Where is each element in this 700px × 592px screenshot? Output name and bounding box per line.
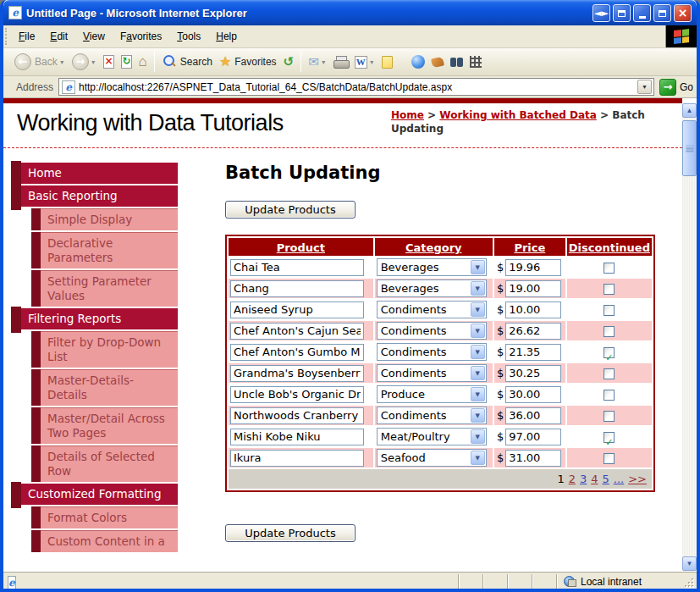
category-select[interactable]: Meat/Poultry▼	[377, 428, 487, 445]
discontinued-checkbox[interactable]	[604, 453, 615, 464]
discontinued-checkbox[interactable]	[604, 263, 615, 274]
monitor-switch-button[interactable]: ◄►	[593, 4, 610, 22]
maximize-button[interactable]	[653, 4, 671, 22]
price-input[interactable]	[505, 302, 561, 318]
category-select[interactable]: Produce▼	[377, 385, 487, 403]
price-input[interactable]	[505, 365, 561, 382]
breadcrumb-home-link[interactable]: Home	[391, 109, 424, 121]
price-input[interactable]	[505, 407, 561, 424]
category-select[interactable]: Condiments▼	[377, 407, 487, 424]
sidebar-header-basic-reporting[interactable]: Basic Reporting	[11, 185, 178, 207]
sort-discontinued-link[interactable]: Discontinued	[569, 241, 650, 254]
category-select[interactable]: Beverages▼	[377, 258, 487, 276]
forward-dropdown-icon[interactable]: ▼	[91, 59, 96, 65]
update-products-button-top[interactable]: Update Products	[225, 201, 356, 219]
sidebar-header-filtering-reports[interactable]: Filtering Reports	[11, 308, 178, 329]
sidebar-item-details-of-selected-row[interactable]: Details of Selected Row	[31, 445, 178, 482]
mail-dropdown-icon[interactable]: ▼	[321, 59, 327, 65]
chevron-down-icon[interactable]: ▼	[471, 345, 485, 359]
menu-view[interactable]: View	[75, 25, 113, 47]
pager-page-3[interactable]: 3	[580, 473, 587, 485]
chevron-down-icon[interactable]: ▼	[471, 324, 485, 338]
product-name-input[interactable]	[230, 365, 364, 382]
discontinued-checkbox[interactable]	[604, 326, 615, 337]
discontinued-checkbox[interactable]	[604, 284, 615, 295]
addon-button-1[interactable]	[428, 56, 447, 69]
category-select[interactable]: Condiments▼	[377, 343, 487, 361]
history-button[interactable]: ↺	[280, 53, 298, 71]
product-name-input[interactable]	[230, 386, 364, 403]
product-name-input[interactable]	[230, 259, 364, 276]
chevron-down-icon[interactable]: ▼	[471, 281, 485, 296]
product-name-input[interactable]	[230, 407, 364, 424]
discontinued-checkbox[interactable]	[604, 305, 615, 316]
price-input[interactable]	[505, 259, 561, 276]
category-select[interactable]: Condiments▼	[377, 364, 487, 382]
addon-button-2[interactable]	[466, 54, 485, 69]
pager-ellipsis[interactable]: ...	[614, 473, 624, 485]
sidebar-item-setting-parameter-values[interactable]: Setting Parameter Values	[31, 270, 178, 307]
product-name-input[interactable]	[230, 323, 364, 340]
scrollbar-thumb[interactable]	[682, 120, 697, 176]
address-url[interactable]: http://localhost:2267/ASPNET_Data_Tutori…	[79, 81, 637, 93]
product-name-input[interactable]	[230, 429, 364, 445]
search-button[interactable]: Search	[158, 53, 216, 71]
chevron-down-icon[interactable]: ▼	[471, 451, 485, 465]
sidebar-item-declarative-parameters[interactable]: Declarative Parameters	[31, 232, 178, 268]
update-products-button-bottom[interactable]: Update Products	[225, 524, 356, 542]
menu-help[interactable]: Help	[208, 25, 245, 47]
sort-category-link[interactable]: Category	[405, 241, 461, 254]
product-name-input[interactable]	[230, 450, 364, 467]
close-button[interactable]: ×	[674, 4, 692, 22]
menu-tools[interactable]: Tools	[169, 25, 208, 47]
go-button[interactable]: → Go	[659, 79, 693, 96]
category-select[interactable]: Condiments▼	[377, 322, 487, 340]
price-input[interactable]	[505, 323, 561, 340]
product-name-input[interactable]	[230, 280, 364, 297]
sidebar-item-custom-content[interactable]: Custom Content in a	[31, 530, 178, 552]
menu-file[interactable]: File	[11, 25, 42, 47]
research-button[interactable]	[447, 56, 466, 69]
pager-next[interactable]: >>	[628, 473, 647, 485]
mail-button[interactable]: ✉▼	[305, 53, 330, 71]
menu-favorites[interactable]: Favorites	[113, 25, 169, 47]
menubar-grip[interactable]	[5, 28, 9, 45]
pager-page-2[interactable]: 2	[569, 473, 576, 485]
stop-button[interactable]: ×	[100, 53, 118, 70]
price-input[interactable]	[505, 344, 561, 361]
back-dropdown-icon[interactable]: ▼	[59, 59, 65, 65]
home-button[interactable]: ⌂	[135, 53, 151, 71]
resize-grip[interactable]	[683, 574, 697, 589]
price-input[interactable]	[505, 280, 561, 297]
category-select[interactable]: Seafood▼	[377, 449, 487, 467]
sidebar-item-simple-display[interactable]: Simple Display	[31, 208, 178, 230]
address-dropdown-button[interactable]: ▼	[637, 80, 652, 94]
chevron-down-icon[interactable]: ▼	[471, 408, 485, 423]
scroll-down-button[interactable]: ▼	[682, 556, 697, 571]
address-input[interactable]: e http://localhost:2267/ASPNET_Data_Tuto…	[58, 78, 654, 96]
price-input[interactable]	[505, 429, 561, 445]
sort-product-link[interactable]: Product	[277, 241, 325, 254]
category-select[interactable]: Beverages▼	[377, 279, 487, 297]
chevron-down-icon[interactable]: ▼	[471, 366, 485, 380]
sidebar-item-filter-by-dropdown-list[interactable]: Filter by Drop-Down List	[31, 331, 178, 368]
price-input[interactable]	[505, 450, 561, 467]
refresh-button[interactable]: ↻	[118, 53, 135, 70]
messenger-button[interactable]	[408, 53, 428, 70]
edit-dropdown-icon[interactable]: ▼	[369, 59, 375, 65]
menu-edit[interactable]: Edit	[42, 25, 75, 47]
edit-with-word-button[interactable]: W▼	[351, 54, 378, 70]
sidebar-item-master-detail-two-pages[interactable]: Master/Detail Across Two Pages	[31, 407, 178, 444]
minimize-button[interactable]	[633, 4, 651, 22]
chevron-down-icon[interactable]: ▼	[471, 429, 485, 444]
discontinued-checkbox[interactable]	[604, 390, 615, 401]
sidebar-header-customized-formatting[interactable]: Customized Formatting	[11, 484, 178, 505]
chevron-down-icon[interactable]: ▼	[471, 387, 485, 401]
discontinued-checkbox[interactable]	[604, 432, 615, 443]
product-name-input[interactable]	[230, 302, 364, 318]
pager-page-4[interactable]: 4	[591, 473, 598, 485]
forward-button[interactable]: → ▼	[69, 52, 100, 72]
move-window-button[interactable]	[613, 4, 631, 22]
pager-page-5[interactable]: 5	[603, 473, 609, 485]
chevron-down-icon[interactable]: ▼	[471, 260, 485, 274]
